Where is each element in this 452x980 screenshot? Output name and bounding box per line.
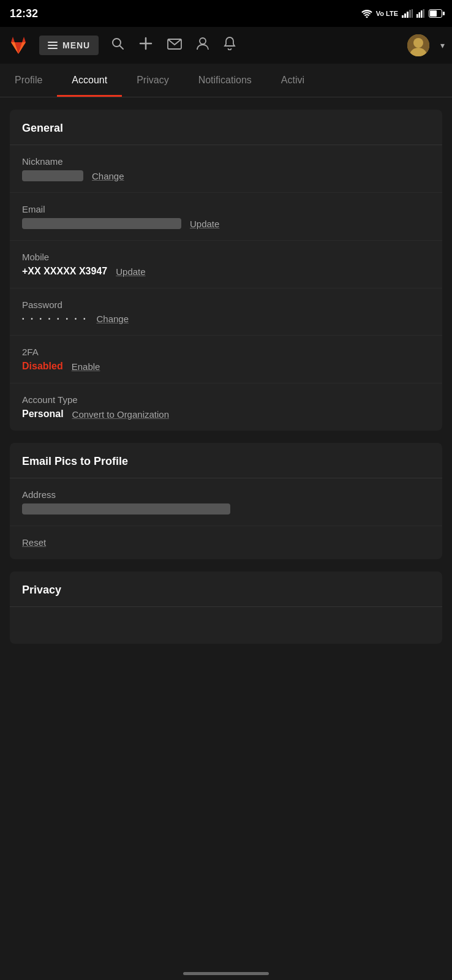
svg-rect-1 <box>404 13 406 18</box>
status-icons: Vo LTE <box>361 9 442 18</box>
twofa-value-row: Disabled Enable <box>22 361 430 372</box>
nickname-value-row: Change <box>22 170 430 181</box>
nickname-field: Nickname Change <box>10 145 442 193</box>
email-value-row: Update <box>22 218 430 229</box>
password-change-link[interactable]: Change <box>96 314 129 324</box>
wifi-icon <box>361 9 372 18</box>
tab-privacy[interactable]: Privacy <box>122 64 183 97</box>
bell-icon[interactable] <box>221 34 238 56</box>
hamburger-icon <box>48 42 58 49</box>
email-value <box>22 218 181 229</box>
address-label: Address <box>22 489 430 500</box>
general-section-header: General <box>10 110 442 145</box>
email-field: Email Update <box>10 193 442 241</box>
email-label: Email <box>22 204 430 214</box>
tab-profile[interactable]: Profile <box>0 64 57 97</box>
user-icon[interactable] <box>194 34 211 56</box>
svg-line-10 <box>120 46 124 50</box>
svg-rect-7 <box>421 10 423 18</box>
svg-rect-0 <box>402 15 404 18</box>
twofa-status: Disabled <box>22 361 63 372</box>
email-pics-section: Email Pics to Profile Address Reset <box>10 443 442 559</box>
main-content: General Nickname Change Email Update Mob… <box>0 110 452 680</box>
svg-rect-4 <box>412 9 413 18</box>
svg-rect-3 <box>409 10 411 18</box>
address-value <box>22 503 230 514</box>
svg-point-14 <box>200 38 206 44</box>
account-type-value: Personal <box>22 409 64 420</box>
address-value-row <box>22 503 430 514</box>
tab-account[interactable]: Account <box>57 64 122 97</box>
menu-label: MENU <box>62 40 90 50</box>
password-label: Password <box>22 300 430 310</box>
account-type-label: Account Type <box>22 394 430 405</box>
twofa-label: 2FA <box>22 347 430 357</box>
email-pics-reset-field: Reset <box>10 526 442 559</box>
svg-rect-5 <box>416 14 418 18</box>
mobile-value: +XX XXXXX X3947 <box>22 266 107 277</box>
volte-badge: Vo LTE <box>376 10 398 17</box>
status-time: 12:32 <box>10 7 38 20</box>
privacy-title: Privacy <box>22 584 61 596</box>
mail-icon[interactable] <box>165 35 184 56</box>
nickname-change-link[interactable]: Change <box>92 171 124 181</box>
email-pics-title: Email Pics to Profile <box>22 455 128 467</box>
svg-point-16 <box>413 38 423 48</box>
top-navigation: MENU <box>0 27 452 64</box>
password-value-row: • • • • • • • • Change <box>22 314 430 324</box>
account-type-field: Account Type Personal Convert to Organiz… <box>10 383 442 431</box>
general-section: General Nickname Change Email Update Mob… <box>10 110 442 431</box>
nickname-value <box>22 170 83 181</box>
password-field: Password • • • • • • • • Change <box>10 288 442 336</box>
email-update-link[interactable]: Update <box>190 219 219 229</box>
menu-button[interactable]: MENU <box>39 36 99 55</box>
add-icon[interactable] <box>137 34 155 56</box>
privacy-section: Privacy <box>10 571 442 644</box>
twofa-enable-link[interactable]: Enable <box>72 361 100 372</box>
svg-rect-8 <box>423 9 425 18</box>
privacy-header: Privacy <box>10 571 442 607</box>
privacy-content-placeholder <box>10 607 442 644</box>
general-section-title: General <box>22 122 63 134</box>
home-indicator <box>183 972 269 975</box>
signal-icon <box>402 9 413 18</box>
avatar-container[interactable] <box>407 34 429 56</box>
nickname-label: Nickname <box>22 156 430 167</box>
battery-fill <box>430 10 437 17</box>
avatar <box>407 34 429 56</box>
email-pics-address-field: Address <box>10 478 442 526</box>
mobile-update-link[interactable]: Update <box>116 266 145 277</box>
app-logo <box>7 34 29 56</box>
tabs-container: Profile Account Privacy Notifications Ac… <box>0 64 452 97</box>
mobile-value-row: +XX XXXXX X3947 Update <box>22 266 430 277</box>
mobile-field: Mobile +XX XXXXX X3947 Update <box>10 241 442 288</box>
signal2-icon <box>416 9 425 18</box>
svg-rect-2 <box>407 12 409 18</box>
tab-notifications[interactable]: Notifications <box>184 64 266 97</box>
reset-link[interactable]: Reset <box>22 537 46 548</box>
svg-rect-6 <box>419 12 421 18</box>
avatar-chevron-icon: ▾ <box>440 40 445 50</box>
status-bar: 12:32 Vo LTE <box>0 0 452 27</box>
account-type-value-row: Personal Convert to Organization <box>22 409 430 420</box>
convert-to-org-link[interactable]: Convert to Organization <box>72 409 169 420</box>
email-pics-header: Email Pics to Profile <box>10 443 442 478</box>
mobile-label: Mobile <box>22 252 430 262</box>
battery-icon <box>429 9 442 18</box>
search-icon[interactable] <box>108 34 127 56</box>
twofa-field: 2FA Disabled Enable <box>10 336 442 383</box>
tab-activity[interactable]: Activi <box>266 64 319 97</box>
password-dots: • • • • • • • • <box>22 315 88 322</box>
